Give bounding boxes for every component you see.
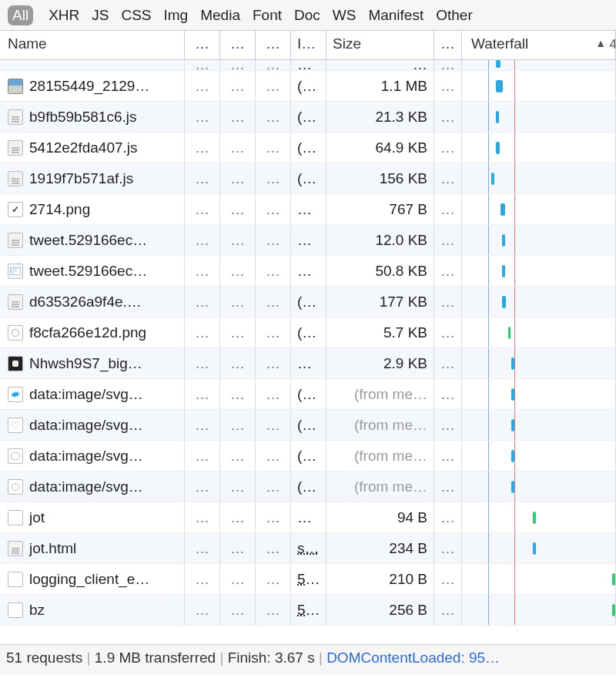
filter-css[interactable]: CSS bbox=[121, 7, 151, 24]
table-row[interactable]: 5412e2fda407.js………(i…64.9 KB… bbox=[0, 133, 616, 163]
cell-time: … bbox=[434, 502, 462, 532]
filter-other[interactable]: Other bbox=[436, 7, 473, 24]
col-time[interactable]: … bbox=[434, 31, 462, 59]
cell-size: 94 B bbox=[326, 502, 434, 532]
col-waterfall[interactable]: Waterfall ▲ 4 bbox=[462, 31, 616, 59]
filter-all[interactable]: All bbox=[8, 5, 33, 25]
request-name: jot.html bbox=[29, 533, 76, 563]
load-line bbox=[514, 533, 515, 563]
table-row[interactable]: data:image/svg…………(i…(from me…… bbox=[0, 379, 616, 410]
filter-media[interactable]: Media bbox=[200, 7, 240, 24]
filter-font[interactable]: Font bbox=[253, 7, 282, 24]
table-row[interactable]: data:image/svg…………(i…(from me…… bbox=[0, 441, 616, 472]
request-name: data:image/svg… bbox=[29, 410, 143, 440]
filter-manifest[interactable]: Manifest bbox=[368, 7, 424, 24]
table-row[interactable]: data:image/svg…………(i…(from me…… bbox=[0, 472, 616, 502]
cell-waterfall bbox=[462, 287, 616, 317]
cell-type: … bbox=[220, 225, 256, 255]
cell-status: … bbox=[185, 595, 220, 625]
table-row[interactable]: f8cfa266e12d.png………(i…5.7 KB… bbox=[0, 317, 616, 348]
cell-type: … bbox=[220, 71, 256, 101]
cell-waterfall bbox=[462, 441, 616, 471]
col-name[interactable]: Name bbox=[0, 31, 185, 59]
cell-scheme: … bbox=[256, 194, 291, 224]
cell-waterfall bbox=[462, 163, 616, 193]
cell-size: (from me… bbox=[326, 410, 434, 440]
domcontentloaded-line bbox=[488, 163, 489, 193]
cell-size: 2.9 KB bbox=[326, 348, 434, 378]
cell-scheme: … bbox=[256, 533, 291, 563]
request-name: logging_client_e… bbox=[29, 564, 149, 594]
cell-time: … bbox=[434, 163, 462, 193]
table-row[interactable]: data:image/svg…………(i…(from me…… bbox=[0, 410, 616, 441]
cell-time: … bbox=[434, 256, 462, 286]
file-blank-icon bbox=[8, 572, 23, 587]
file-js-icon bbox=[8, 541, 23, 556]
request-name: jot bbox=[29, 502, 45, 532]
col-scheme[interactable]: … bbox=[256, 31, 291, 59]
table-row[interactable]: 28155449_2129…………(i…1.1 MB… bbox=[0, 71, 616, 102]
table-row[interactable]: b9fb59b581c6.js………(i…21.3 KB… bbox=[0, 102, 616, 133]
timing-bar bbox=[496, 142, 500, 154]
file-bubble-icon bbox=[8, 448, 23, 464]
timing-bar bbox=[511, 388, 514, 401]
load-line bbox=[514, 225, 515, 255]
cell-initiator: (i… bbox=[291, 102, 326, 132]
cell-initiator: 5… bbox=[291, 595, 326, 625]
table-header: Name … … … I… Size … Waterfall ▲ 4 bbox=[0, 31, 616, 60]
table-row[interactable]: 1919f7b571af.js………(i…156 KB… bbox=[0, 163, 616, 194]
filter-ws[interactable]: WS bbox=[333, 7, 357, 24]
cell-initiator: (i… bbox=[291, 410, 326, 440]
col-initiator[interactable]: I… bbox=[291, 31, 326, 59]
cell-status: … bbox=[185, 348, 220, 378]
filter-xhr[interactable]: XHR bbox=[49, 7, 79, 24]
status-requests: 51 requests bbox=[6, 649, 82, 666]
cell-time: … bbox=[434, 595, 462, 625]
filter-js[interactable]: JS bbox=[92, 7, 109, 24]
cell-type: … bbox=[220, 287, 256, 317]
cell-waterfall bbox=[462, 379, 616, 409]
timing-bar bbox=[496, 80, 503, 92]
cell-waterfall bbox=[462, 472, 616, 502]
cell-type: … bbox=[220, 595, 256, 625]
domcontentloaded-line bbox=[488, 472, 489, 502]
load-line bbox=[514, 472, 515, 502]
table-row[interactable]: d635326a9f4e.…………(i…177 KB… bbox=[0, 287, 616, 317]
cell-waterfall bbox=[462, 194, 616, 224]
table-row[interactable]: logging_client_e…………5…210 B… bbox=[0, 564, 616, 595]
request-name: d635326a9f4e.… bbox=[29, 287, 142, 317]
cell-type: … bbox=[220, 256, 256, 286]
cell-type: … bbox=[220, 163, 256, 193]
load-line bbox=[514, 133, 515, 163]
file-img-thumb-icon bbox=[8, 79, 23, 94]
cell-time: … bbox=[434, 410, 462, 440]
table-row[interactable]: 2714.png…………767 B… bbox=[0, 194, 616, 225]
table-row[interactable]: jot…………94 B… bbox=[0, 502, 616, 533]
load-line bbox=[514, 348, 515, 378]
col-status[interactable]: … bbox=[185, 31, 220, 59]
table-row[interactable]: tweet.529166ec……………12.0 KB… bbox=[0, 225, 616, 256]
cell-waterfall bbox=[462, 317, 616, 347]
cell-type: … bbox=[220, 472, 256, 502]
file-tw-icon bbox=[8, 387, 23, 402]
request-list[interactable]: ………………28155449_2129…………(i…1.1 MB…b9fb59b… bbox=[0, 60, 616, 644]
col-size[interactable]: Size bbox=[326, 31, 434, 59]
col-type[interactable]: … bbox=[220, 31, 256, 59]
cell-scheme: … bbox=[256, 441, 291, 471]
filter-img[interactable]: Img bbox=[164, 7, 189, 24]
cell-status: … bbox=[185, 441, 220, 471]
file-js-icon bbox=[8, 171, 23, 186]
table-row[interactable]: bz………5…256 B… bbox=[0, 595, 616, 626]
cell-waterfall bbox=[462, 502, 616, 532]
timing-bar bbox=[511, 481, 514, 493]
table-row[interactable]: Nhwsh9S7_big……………2.9 KB… bbox=[0, 348, 616, 379]
table-row[interactable]: tweet.529166ec……………50.8 KB… bbox=[0, 256, 616, 287]
filter-doc[interactable]: Doc bbox=[294, 7, 320, 24]
cell-initiator: (i… bbox=[291, 379, 326, 409]
table-row[interactable]: jot.html………s…234 B… bbox=[0, 533, 616, 564]
cell-initiator: (i… bbox=[291, 71, 326, 101]
table-row-partial[interactable]: ……………… bbox=[0, 60, 616, 71]
status-bar: 51 requests | 1.9 MB transferred | Finis… bbox=[0, 644, 616, 675]
request-name: 5412e2fda407.js bbox=[29, 133, 138, 163]
domcontentloaded-line bbox=[488, 194, 489, 224]
